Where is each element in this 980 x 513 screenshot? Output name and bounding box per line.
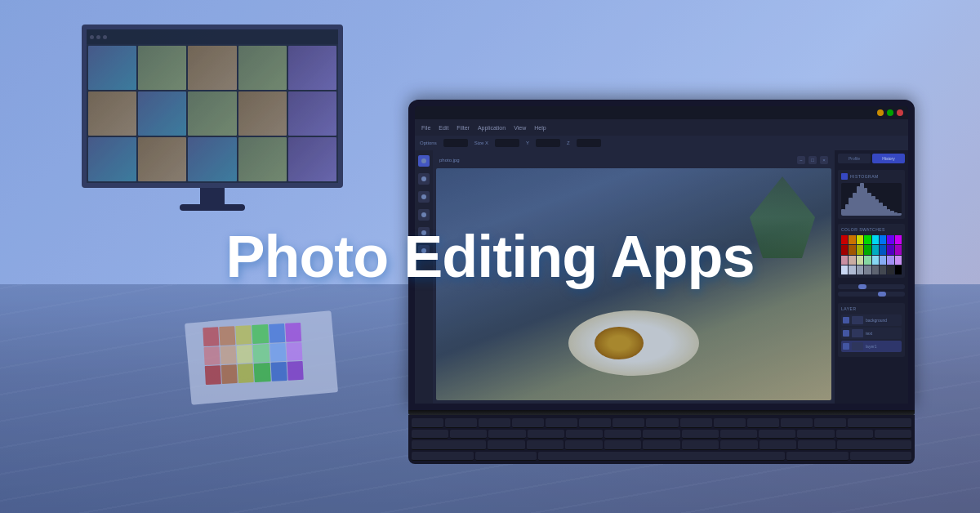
layer-name-3: layer1 — [866, 344, 877, 349]
tool-eraser[interactable] — [418, 209, 430, 221]
key[interactable] — [450, 430, 487, 439]
key[interactable] — [579, 418, 611, 428]
layer-thumbnail-2 — [852, 329, 863, 337]
layer-background[interactable]: background — [841, 314, 902, 326]
canvas-controls: − □ × — [797, 156, 828, 164]
key-backspace[interactable] — [848, 418, 911, 428]
histogram-chart — [841, 183, 902, 216]
editor-menubar: File Edit Filter Application View Help — [415, 119, 908, 136]
key[interactable] — [836, 430, 873, 439]
key[interactable] — [747, 418, 779, 428]
key[interactable] — [604, 430, 641, 439]
key-alt-r[interactable] — [786, 452, 849, 462]
toolbar-options-label: Options — [420, 141, 437, 145]
key[interactable] — [479, 418, 510, 428]
page-container: File Edit Filter Application View Help O… — [0, 0, 980, 513]
keyboard-row-1 — [412, 418, 911, 428]
key[interactable] — [412, 418, 443, 428]
key[interactable] — [759, 430, 795, 439]
key[interactable] — [682, 430, 719, 439]
panel-tabs: Profile History — [838, 154, 905, 163]
menu-file[interactable]: File — [421, 125, 430, 131]
tab-history[interactable]: History — [872, 154, 905, 163]
key[interactable] — [445, 418, 477, 428]
monitor-thumbnails — [87, 44, 338, 183]
layer-title: LAYER — [841, 306, 902, 311]
toolbar-y-label: Y — [526, 141, 529, 145]
wrench-icon — [841, 173, 848, 180]
key-alt[interactable] — [475, 452, 537, 462]
layer-text[interactable]: text — [841, 328, 902, 339]
keyboard-row-3 — [412, 440, 911, 450]
monitor-toolbar — [87, 29, 338, 44]
key[interactable] — [714, 418, 746, 428]
key-ctrl[interactable] — [412, 452, 474, 462]
key[interactable] — [760, 440, 797, 450]
keyboard-row-4 — [412, 452, 911, 462]
layer-section: LAYER background text — [838, 303, 905, 357]
canvas-maximize[interactable]: □ — [808, 156, 817, 164]
color-swatches-grid — [841, 235, 902, 274]
key[interactable] — [797, 430, 834, 439]
key[interactable] — [527, 440, 564, 450]
canvas-close[interactable]: × — [820, 156, 828, 164]
toolbar-input-1[interactable] — [443, 139, 468, 147]
key[interactable] — [643, 430, 679, 439]
menu-view[interactable]: View — [514, 125, 526, 131]
key[interactable] — [643, 440, 680, 450]
key[interactable] — [682, 440, 719, 450]
tool-cursor[interactable] — [418, 155, 430, 167]
toolbar-input-3[interactable] — [536, 139, 560, 147]
tab-profile[interactable]: Profile — [838, 154, 871, 163]
color-swatches-section: COLOR SWATCHES — [838, 224, 905, 278]
key[interactable] — [781, 418, 813, 428]
monitor-screen — [82, 25, 343, 188]
key[interactable] — [566, 430, 603, 439]
menu-application[interactable]: Application — [478, 125, 506, 131]
layer-name-2: text — [866, 331, 872, 336]
menu-edit[interactable]: Edit — [439, 125, 448, 131]
histogram-section: HISTOGRAM — [838, 170, 905, 219]
key[interactable] — [875, 430, 911, 439]
key[interactable] — [720, 440, 758, 450]
menu-filter[interactable]: Filter — [457, 125, 470, 131]
key[interactable] — [488, 440, 525, 450]
toolbar-input-2[interactable] — [495, 139, 519, 147]
key[interactable] — [546, 418, 577, 428]
key[interactable] — [646, 418, 678, 428]
maximize-button[interactable] — [887, 109, 893, 116]
key[interactable] — [565, 440, 603, 450]
canvas-header: photo.jpg − □ × — [436, 154, 831, 167]
layer-name: background — [866, 318, 887, 323]
canvas-minimize[interactable]: − — [797, 156, 805, 164]
food-item — [595, 327, 644, 359]
key[interactable] — [528, 430, 564, 439]
tool-brush[interactable] — [418, 191, 430, 203]
key[interactable] — [412, 430, 448, 439]
key[interactable] — [814, 418, 846, 428]
key-shift-r[interactable] — [837, 440, 911, 450]
key-space[interactable] — [538, 452, 785, 462]
plant-decoration — [750, 176, 815, 258]
menu-help[interactable]: Help — [534, 125, 546, 131]
tool-crop[interactable] — [418, 173, 430, 185]
layer-visibility-icon-3[interactable] — [843, 343, 849, 350]
key[interactable] — [488, 430, 525, 439]
keyboard-row-2 — [412, 430, 911, 439]
layer-visibility-icon-2[interactable] — [843, 330, 849, 337]
layer-layer1[interactable]: layer1 — [841, 341, 902, 352]
toolbar-z-label: Z — [567, 141, 570, 145]
layer-visibility-icon[interactable] — [843, 317, 849, 323]
key-ctrl-r[interactable] — [850, 452, 912, 462]
key[interactable] — [798, 440, 835, 450]
key[interactable] — [612, 418, 644, 428]
key-shift-l[interactable] — [412, 440, 486, 450]
key[interactable] — [680, 418, 712, 428]
toolbar-input-4[interactable] — [577, 139, 601, 147]
key[interactable] — [604, 440, 642, 450]
key[interactable] — [720, 430, 757, 439]
key[interactable] — [512, 418, 544, 428]
monitor-stand — [200, 188, 225, 204]
minimize-button[interactable] — [877, 109, 884, 116]
close-button[interactable] — [897, 109, 903, 116]
